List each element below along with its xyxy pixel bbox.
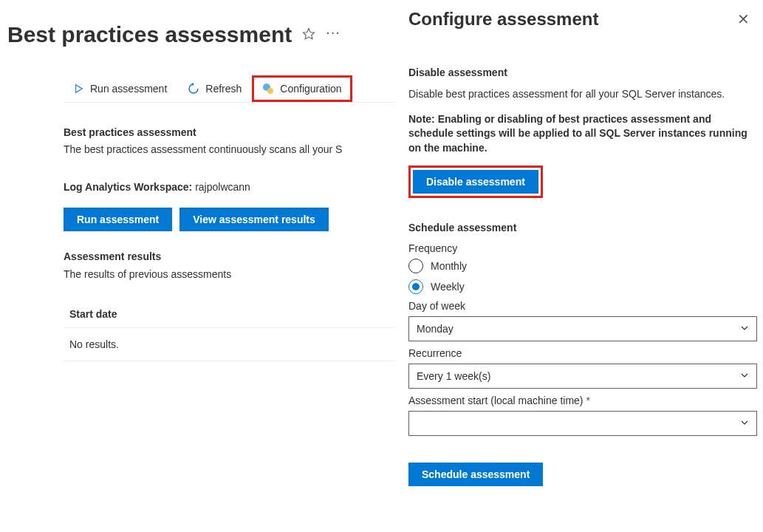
recurrence-select[interactable]: Every 1 week(s) [408, 364, 757, 389]
results-heading: Assessment results [64, 250, 399, 262]
dayofweek-value: Monday [417, 323, 454, 335]
start-time-label: Assessment start (local machine time) * [408, 395, 757, 406]
configuration-toolbar-button[interactable]: Configuration [252, 75, 352, 102]
disable-heading: Disable assessment [408, 66, 757, 78]
results-desc: The results of previous assessments [64, 268, 399, 280]
page-header: Best practices assessment ··· [7, 22, 399, 47]
frequency-label: Frequency [408, 242, 757, 254]
run-assessment-label: Run assessment [90, 83, 167, 95]
freq-monthly-label: Monthly [431, 260, 467, 272]
svg-marker-0 [304, 28, 315, 38]
page-title: Best practices assessment [7, 22, 292, 47]
view-results-button[interactable]: View assessment results [179, 208, 329, 231]
dayofweek-label: Day of week [408, 300, 757, 312]
required-asterisk: * [586, 395, 589, 406]
intro-desc: The best practices assessment continuous… [64, 143, 399, 157]
workspace-label: Log Analytics Workspace: [64, 181, 192, 193]
more-actions-icon[interactable]: ··· [326, 24, 341, 41]
disable-assessment-button[interactable]: Disable assessment [413, 170, 538, 194]
close-icon[interactable]: ✕ [730, 7, 757, 31]
favorite-star-icon[interactable] [302, 27, 315, 43]
freq-weekly-label: Weekly [431, 281, 465, 293]
recurrence-label: Recurrence [408, 347, 757, 359]
start-time-label-text: Assessment start (local machine time) [408, 395, 584, 406]
intro-section: Best practices assessment The best pract… [64, 126, 399, 157]
panel-title: Configure assessment [408, 9, 598, 30]
frequency-weekly-radio[interactable]: Weekly [408, 279, 757, 294]
schedule-button-row: Schedule assessment [408, 463, 757, 486]
gear-icon [262, 83, 274, 95]
start-time-select[interactable] [408, 411, 757, 436]
radio-checked-icon [408, 279, 423, 294]
svg-point-4 [267, 88, 273, 94]
main-content: Best practices assessment ··· Run assess… [0, 0, 399, 361]
refresh-icon [188, 83, 199, 95]
workspace-info: Log Analytics Workspace: rajpolwcann [64, 181, 399, 193]
svg-marker-2 [191, 83, 194, 86]
command-toolbar: Run assessment Refresh Configuration [64, 75, 399, 103]
intro-heading: Best practices assessment [64, 126, 399, 138]
results-section: Assessment results The results of previo… [64, 250, 399, 361]
play-icon [74, 83, 84, 94]
frequency-monthly-radio[interactable]: Monthly [408, 259, 757, 273]
recurrence-value: Every 1 week(s) [417, 370, 490, 382]
radio-unchecked-icon [408, 259, 423, 273]
chevron-down-icon [740, 370, 749, 382]
table-header-startdate: Start date [64, 301, 399, 328]
workspace-value: rajpolwcann [195, 181, 250, 193]
table-empty-row: No results. [64, 328, 399, 361]
configuration-label: Configuration [280, 83, 341, 95]
chevron-down-icon [740, 323, 749, 335]
refresh-toolbar-button[interactable]: Refresh [177, 75, 252, 102]
refresh-label: Refresh [205, 83, 242, 95]
action-buttons: Run assessment View assessment results [64, 208, 399, 231]
configure-panel: Configure assessment ✕ Disable assessmen… [395, 0, 763, 532]
panel-header: Configure assessment ✕ [408, 7, 757, 31]
dayofweek-select[interactable]: Monday [408, 316, 757, 341]
disable-note: Note: Enabling or disabling of best prac… [408, 112, 757, 156]
schedule-assessment-button[interactable]: Schedule assessment [408, 463, 543, 486]
run-assessment-button[interactable]: Run assessment [64, 208, 172, 231]
schedule-heading: Schedule assessment [408, 222, 757, 233]
svg-marker-1 [76, 85, 83, 93]
chevron-down-icon [740, 417, 749, 429]
disable-button-highlight: Disable assessment [408, 166, 543, 198]
disable-desc: Disable best practices assessment for al… [408, 87, 757, 102]
run-assessment-toolbar-button[interactable]: Run assessment [64, 75, 177, 102]
